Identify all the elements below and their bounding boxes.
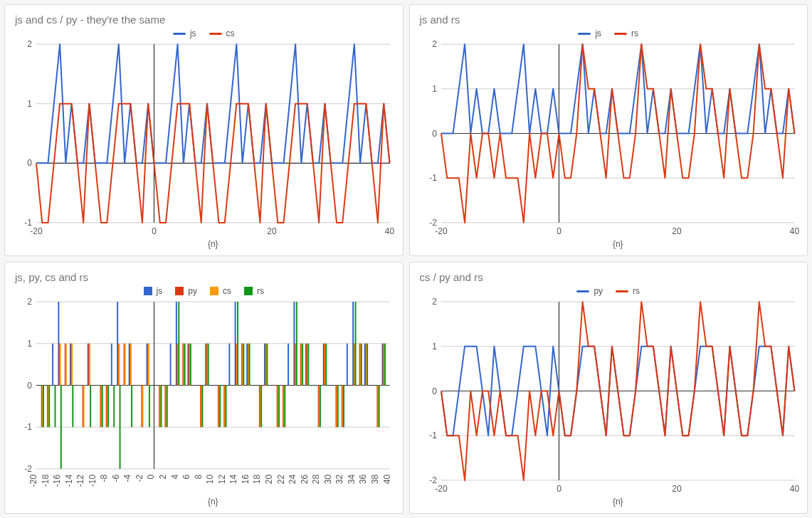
svg-text:28: 28 bbox=[311, 475, 321, 485]
legend-label: rs bbox=[631, 28, 638, 38]
svg-text:-20: -20 bbox=[435, 226, 448, 236]
chart-panel-4: cs / py and rs pyrs -2-1012-2002040{n} bbox=[409, 262, 808, 514]
svg-text:34: 34 bbox=[347, 475, 357, 485]
svg-text:{n}: {n} bbox=[208, 239, 218, 249]
svg-text:{n}: {n} bbox=[612, 239, 623, 249]
legend-key-icon bbox=[144, 287, 152, 295]
svg-text:20: 20 bbox=[264, 475, 274, 485]
svg-text:20: 20 bbox=[672, 226, 682, 236]
svg-text:8: 8 bbox=[194, 475, 204, 480]
svg-text:32: 32 bbox=[334, 475, 344, 485]
chart-plot: -2-1012-20-18-16-14-12-10-8-6-4-20246810… bbox=[11, 297, 397, 509]
chart-grid: js and cs / py - they're the same jscs -… bbox=[0, 0, 812, 518]
svg-text:-20: -20 bbox=[435, 484, 448, 494]
legend-entry: js bbox=[578, 28, 601, 38]
legend-entry: rs bbox=[616, 286, 640, 296]
chart-legend: jsrs bbox=[416, 28, 802, 38]
svg-text:36: 36 bbox=[358, 475, 368, 485]
svg-text:4: 4 bbox=[170, 475, 180, 480]
legend-label: cs bbox=[226, 28, 235, 38]
legend-entry: py bbox=[175, 286, 197, 296]
svg-text:-18: -18 bbox=[41, 475, 51, 487]
svg-text:1: 1 bbox=[432, 84, 437, 94]
svg-text:20: 20 bbox=[267, 226, 277, 236]
legend-entry: cs bbox=[209, 28, 235, 38]
svg-text:1: 1 bbox=[27, 99, 32, 109]
svg-text:24: 24 bbox=[288, 475, 297, 485]
svg-text:16: 16 bbox=[241, 475, 251, 485]
svg-text:-16: -16 bbox=[52, 475, 62, 487]
svg-text:-8: -8 bbox=[99, 475, 109, 482]
legend-key-icon bbox=[173, 33, 186, 35]
svg-text:-20: -20 bbox=[28, 475, 38, 487]
chart-legend: jscs bbox=[11, 28, 397, 38]
svg-text:40: 40 bbox=[789, 226, 799, 236]
svg-text:2: 2 bbox=[27, 297, 32, 307]
svg-text:-1: -1 bbox=[429, 430, 437, 440]
legend-entry: py bbox=[576, 286, 603, 296]
legend-key-icon bbox=[210, 287, 218, 295]
svg-text:18: 18 bbox=[252, 475, 262, 485]
svg-text:2: 2 bbox=[158, 475, 168, 480]
chart-title: js, py, cs and rs bbox=[15, 271, 397, 283]
svg-text:2: 2 bbox=[432, 297, 437, 307]
legend-key-icon bbox=[209, 33, 222, 35]
legend-label: py bbox=[594, 286, 603, 296]
svg-text:0: 0 bbox=[432, 129, 437, 139]
svg-text:0: 0 bbox=[152, 226, 157, 236]
chart-title: cs / py and rs bbox=[420, 271, 802, 283]
svg-text:6: 6 bbox=[181, 475, 191, 480]
svg-text:1: 1 bbox=[27, 339, 32, 349]
legend-key-icon bbox=[614, 33, 627, 35]
legend-entry: rs bbox=[614, 28, 638, 38]
legend-label: cs bbox=[223, 286, 231, 296]
legend-key-icon bbox=[175, 287, 184, 295]
svg-text:2: 2 bbox=[27, 40, 32, 49]
legend-label: js bbox=[157, 286, 163, 296]
chart-title: js and cs / py - they're the same bbox=[15, 14, 397, 26]
svg-text:0: 0 bbox=[27, 381, 32, 391]
svg-text:-6: -6 bbox=[111, 475, 121, 482]
svg-text:40: 40 bbox=[385, 226, 395, 236]
svg-text:30: 30 bbox=[323, 475, 333, 485]
legend-label: py bbox=[188, 286, 197, 296]
svg-text:0: 0 bbox=[557, 484, 561, 494]
legend-entry: rs bbox=[244, 286, 264, 296]
svg-text:-12: -12 bbox=[75, 475, 85, 487]
legend-entry: js bbox=[144, 286, 163, 296]
svg-text:26: 26 bbox=[300, 475, 310, 485]
chart-title: js and rs bbox=[420, 14, 802, 26]
svg-text:{n}: {n} bbox=[612, 497, 623, 507]
svg-text:2: 2 bbox=[432, 40, 437, 49]
svg-text:40: 40 bbox=[382, 475, 392, 485]
chart-plot: -2-1012-2002040{n} bbox=[416, 40, 802, 251]
svg-text:0: 0 bbox=[432, 386, 437, 396]
svg-text:-20: -20 bbox=[30, 226, 43, 236]
legend-entry: js bbox=[173, 28, 196, 38]
svg-text:-10: -10 bbox=[88, 475, 97, 487]
legend-entry: cs bbox=[210, 286, 231, 296]
svg-text:{n}: {n} bbox=[208, 497, 218, 507]
legend-key-icon bbox=[578, 33, 591, 35]
svg-text:12: 12 bbox=[217, 475, 227, 485]
chart-panel-2: js and rs jsrs -2-1012-2002040{n} bbox=[409, 4, 808, 256]
svg-text:20: 20 bbox=[672, 484, 682, 494]
svg-text:0: 0 bbox=[27, 158, 32, 168]
legend-label: js bbox=[190, 28, 196, 38]
svg-text:-2: -2 bbox=[24, 464, 32, 474]
svg-text:40: 40 bbox=[789, 484, 799, 494]
svg-text:22: 22 bbox=[276, 475, 286, 485]
svg-text:-2: -2 bbox=[135, 475, 144, 482]
svg-text:-4: -4 bbox=[122, 475, 132, 482]
svg-text:38: 38 bbox=[370, 475, 380, 485]
chart-plot: -2-1012-2002040{n} bbox=[416, 297, 802, 509]
chart-legend: jspycsrs bbox=[11, 286, 397, 296]
svg-text:-1: -1 bbox=[24, 422, 32, 432]
legend-key-icon bbox=[576, 290, 589, 292]
chart-panel-3: js, py, cs and rs jspycsrs -2-1012-20-18… bbox=[4, 262, 404, 514]
legend-label: rs bbox=[633, 286, 640, 296]
svg-text:-14: -14 bbox=[64, 475, 74, 487]
svg-text:-1: -1 bbox=[429, 173, 437, 183]
legend-key-icon bbox=[244, 287, 253, 295]
svg-text:0: 0 bbox=[557, 226, 561, 236]
